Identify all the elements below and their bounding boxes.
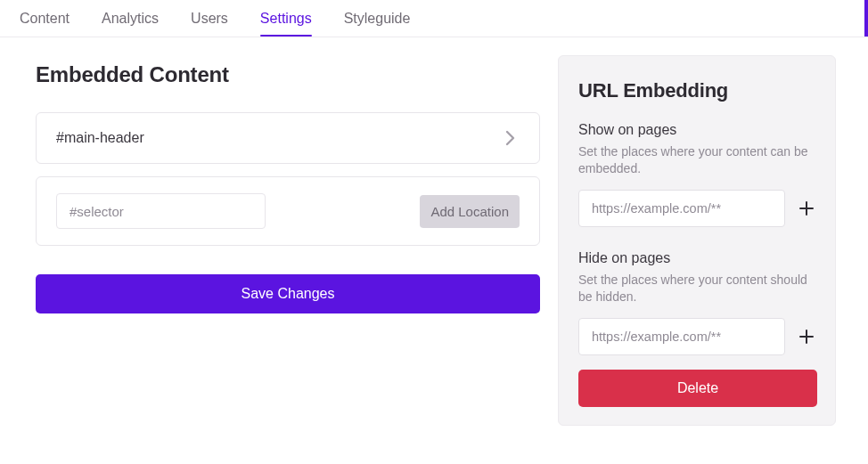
top-tabbar: Content Analytics Users Settings Stylegu… — [0, 0, 868, 37]
chevron-right-icon — [502, 129, 520, 147]
show-on-pages-label: Show on pages — [578, 122, 817, 138]
tab-users[interactable]: Users — [191, 11, 228, 36]
url-embedding-panel-wrap: URL Embedding Show on pages Set the plac… — [558, 55, 836, 464]
plus-icon[interactable] — [796, 198, 817, 219]
location-card-label: #main-header — [56, 130, 144, 146]
embedded-content-section: Embedded Content #main-header Add Locati… — [36, 55, 540, 464]
hide-on-pages-desc: Set the places where your content should… — [578, 272, 817, 305]
add-location-card: Add Location — [36, 176, 540, 246]
delete-button[interactable]: Delete — [578, 370, 817, 407]
plus-icon[interactable] — [796, 326, 817, 347]
show-url-input[interactable] — [578, 190, 785, 227]
tab-analytics[interactable]: Analytics — [102, 11, 159, 36]
show-on-pages-desc: Set the places where your content can be… — [578, 143, 817, 177]
add-location-button[interactable]: Add Location — [420, 195, 520, 228]
location-card-main-header[interactable]: #main-header — [36, 112, 540, 164]
hide-on-pages-label: Hide on pages — [578, 250, 817, 266]
panel-title: URL Embedding — [578, 79, 817, 102]
selector-input[interactable] — [56, 193, 266, 229]
tab-styleguide[interactable]: Styleguide — [344, 11, 411, 36]
hide-on-pages-section: Hide on pages Set the places where your … — [578, 250, 817, 407]
tab-content[interactable]: Content — [20, 11, 70, 36]
page-title: Embedded Content — [36, 62, 540, 87]
hide-url-input[interactable] — [578, 318, 785, 355]
url-embedding-panel: URL Embedding Show on pages Set the plac… — [558, 55, 836, 426]
tab-settings[interactable]: Settings — [260, 11, 312, 36]
show-on-pages-section: Show on pages Set the places where your … — [578, 122, 817, 227]
save-changes-button[interactable]: Save Changes — [36, 274, 540, 313]
right-edge-accent — [864, 0, 868, 37]
